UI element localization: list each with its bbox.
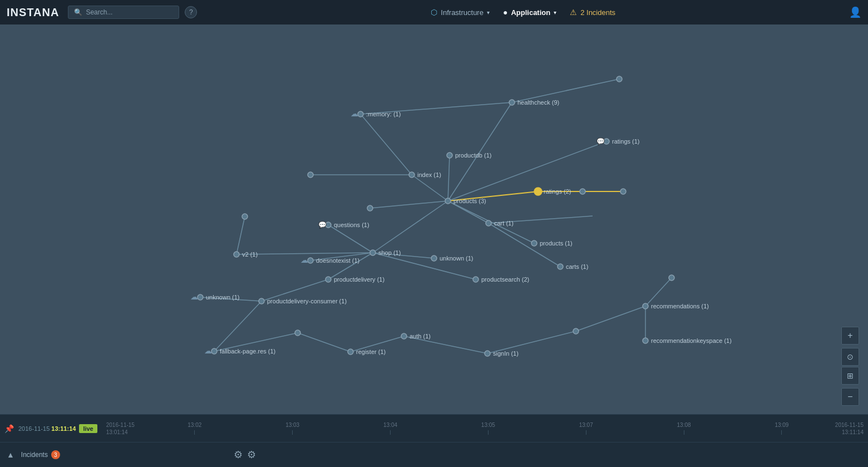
svg-point-14 xyxy=(242,214,248,219)
end-date: 2016-11-15 xyxy=(835,421,864,429)
graph-node[interactable] xyxy=(669,275,674,281)
pin-icon[interactable]: 📌 xyxy=(4,424,14,433)
graph-icons: ⚙ ⚙ xyxy=(234,449,256,461)
svg-point-4 xyxy=(445,198,451,204)
nav-incidents[interactable]: ⚠ 2 Incidents xyxy=(570,8,615,17)
graph-node[interactable] xyxy=(580,189,585,194)
speech-icon: 💬 xyxy=(318,220,327,229)
graph-node[interactable] xyxy=(242,214,248,219)
node-label: unknown (1) xyxy=(206,294,240,301)
node-label: products (3) xyxy=(453,198,486,204)
graph-node[interactable] xyxy=(573,328,579,334)
zoom-grid-button[interactable]: ⊞ xyxy=(841,367,859,385)
graph-node[interactable]: ratings (2) xyxy=(534,188,571,195)
start-date: 2016-11-15 xyxy=(18,425,50,432)
svg-point-8 xyxy=(509,100,515,105)
svg-point-12 xyxy=(370,250,376,255)
svg-point-28 xyxy=(485,351,490,356)
graph-node[interactable]: recommendations (1) xyxy=(643,303,709,309)
graph-node[interactable]: ☁doesnotexist (1) xyxy=(300,255,359,264)
node-label: shop (1) xyxy=(378,249,401,256)
help-button[interactable]: ? xyxy=(185,6,197,18)
infrastructure-chevron: ▾ xyxy=(487,9,490,16)
graph-icon-1[interactable]: ⚙ xyxy=(234,449,243,461)
graph-node[interactable]: signIn (1) xyxy=(485,350,519,357)
svg-point-9 xyxy=(617,76,622,82)
node-label: ratings (2) xyxy=(544,188,571,195)
graph-node[interactable]: recommendationkeyspace (1) xyxy=(643,337,732,344)
graph-node[interactable]: unknown (1) xyxy=(431,255,474,262)
graph-node[interactable]: productdb (1) xyxy=(447,152,491,159)
graph-node[interactable]: healthcheck (9) xyxy=(509,99,559,106)
end-time: 13:11:14 xyxy=(835,429,864,436)
svg-point-13 xyxy=(308,258,313,263)
graph-node[interactable] xyxy=(367,205,373,211)
infrastructure-label: Infrastructure xyxy=(441,8,484,17)
node-label: products (1) xyxy=(540,240,573,247)
graph-node[interactable] xyxy=(617,76,622,82)
cloud-icon: ☁ xyxy=(190,292,198,301)
search-placeholder: Search... xyxy=(86,8,112,16)
node-label: productsearch (2) xyxy=(481,276,529,283)
graph-node[interactable]: ☁fallback-page.res (1) xyxy=(204,346,275,355)
graph-node[interactable]: register (1) xyxy=(348,348,386,355)
graph-node[interactable]: products (1) xyxy=(531,240,573,247)
graph-node[interactable]: productdelivery (1) xyxy=(326,276,384,283)
node-label: ratings (1) xyxy=(612,138,640,145)
nav-application[interactable]: ● Application ▾ xyxy=(503,8,556,17)
node-label: healthcheck (9) xyxy=(517,99,559,106)
node-label: v2 (1) xyxy=(242,251,258,258)
zoom-out-button[interactable]: − xyxy=(841,388,859,406)
svg-point-15 xyxy=(234,252,239,257)
node-label: recommendationkeyspace (1) xyxy=(651,337,732,344)
svg-point-31 xyxy=(643,338,648,343)
node-label: doesnotexist (1) xyxy=(316,257,359,264)
graph-node[interactable]: v2 (1) xyxy=(234,251,258,258)
svg-point-0 xyxy=(358,111,363,117)
start-time: 13:11:14 xyxy=(51,425,76,432)
graph-node[interactable]: productdelivery-consumer (1) xyxy=(259,298,347,304)
graph-icon-2[interactable]: ⚙ xyxy=(247,449,256,461)
live-badge[interactable]: live xyxy=(79,424,97,433)
graph-node[interactable]: carts (1) xyxy=(558,263,588,270)
svg-point-27 xyxy=(401,333,407,339)
cloud-icon: ☁ xyxy=(351,109,358,118)
graph-node[interactable]: index (1) xyxy=(409,171,441,178)
graph-node[interactable]: 💬questions (1) xyxy=(318,220,369,229)
timeline-tick: 13:05 xyxy=(439,422,537,435)
zoom-in-button[interactable]: + xyxy=(841,327,859,345)
timeline: 📌 2016-11-15 13:11:14 live 2016-11-15 13… xyxy=(0,414,868,467)
old-date: 2016-11-15 xyxy=(106,421,135,429)
graph-node[interactable]: cart (1) xyxy=(486,220,514,227)
expand-icon[interactable]: ▲ xyxy=(7,450,14,459)
graph-edge xyxy=(645,278,672,306)
graph-node[interactable]: ☁unknown (1) xyxy=(190,292,240,301)
top-navigation: INSTANA 🔍 Search... ? ⬡ Infrastructure ▾… xyxy=(0,0,868,24)
incident-warning-icon: ⚠ xyxy=(570,8,577,17)
graph-edge xyxy=(370,201,448,208)
node-label: auth (1) xyxy=(410,333,431,340)
graph-node[interactable] xyxy=(308,172,313,178)
timeline-tick: 13:03 xyxy=(244,422,342,435)
user-icon[interactable]: 👤 xyxy=(849,6,861,18)
graph-node[interactable] xyxy=(620,189,626,194)
graph-node[interactable]: ☁:memory: (1) xyxy=(351,109,401,118)
graph-node[interactable]: auth (1) xyxy=(401,333,431,340)
graph-node[interactable]: 💬ratings (1) xyxy=(596,137,640,145)
nav-infrastructure[interactable]: ⬡ Infrastructure ▾ xyxy=(431,8,490,17)
incidents-section[interactable]: Incidents 3 xyxy=(21,450,60,459)
timeline-tick: 13:07 xyxy=(537,422,635,435)
timeline-old-timestamp: 2016-11-15 13:01:14 xyxy=(106,421,135,436)
search-box[interactable]: 🔍 Search... xyxy=(68,6,179,19)
graph-node[interactable] xyxy=(295,330,300,336)
node-label: fallback-page.res (1) xyxy=(220,348,275,355)
search-icon: 🔍 xyxy=(74,8,82,16)
node-label: recommendations (1) xyxy=(651,303,709,309)
graph-node[interactable]: shop (1) xyxy=(370,249,401,256)
timeline-top: 📌 2016-11-15 13:11:14 live 2016-11-15 13… xyxy=(0,415,868,443)
svg-point-23 xyxy=(259,298,264,304)
zoom-reset-button[interactable]: ⊙ xyxy=(841,348,859,366)
graph-node[interactable]: productsearch (2) xyxy=(473,276,529,283)
application-label: Application xyxy=(511,8,550,17)
svg-point-18 xyxy=(486,220,491,226)
